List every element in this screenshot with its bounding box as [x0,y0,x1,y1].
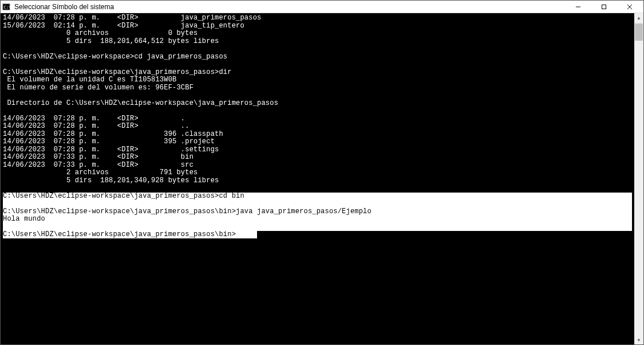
terminal-line: C:\Users\HDZ\eclipse-workspace\java_prim… [3,69,641,77]
maximize-button[interactable] [591,1,617,13]
terminal-line: 5 dirs 188,201,340,928 bytes libres [3,177,641,185]
terminal-line: 14/06/2023 07:28 p. m. <DIR> . [3,115,641,123]
scrollbar-track[interactable]: ▲ ▼ [634,13,643,344]
terminal-line [3,107,641,115]
terminal-line-selected: C:\Users\HDZ\eclipse-workspace\java_prim… [3,193,632,201]
cmd-icon: C:\ [2,2,11,11]
terminal-line [3,92,641,100]
terminal-line-selected: C:\Users\HDZ\eclipse-workspace\java_prim… [3,208,632,216]
terminal-area[interactable]: 14/06/2023 07:28 p. m. <DIR> java_primer… [1,13,643,344]
titlebar[interactable]: C:\ Seleccionar Símbolo del sistema [1,1,643,13]
terminal-line: El número de serie del volumen es: 96EF-… [3,84,641,92]
terminal-line: 0 archivos 0 bytes [3,30,641,38]
terminal-line-selected [3,224,632,232]
terminal-line: 14/06/2023 07:28 p. m. 395 .project [3,138,641,146]
terminal-line: 14/06/2023 07:28 p. m. <DIR> .. [3,123,641,131]
terminal-line: Directorio de C:\Users\HDZ\eclipse-works… [3,100,641,108]
terminal-prompt-line: C:\Users\HDZ\eclipse-workspace\java_prim… [3,231,641,239]
terminal-content[interactable]: 14/06/2023 07:28 p. m. <DIR> java_primer… [1,13,643,240]
terminal-line: 5 dirs 188,201,664,512 bytes libres [3,38,641,46]
terminal-line: 15/06/2023 02:14 p. m. <DIR> java_tip_en… [3,22,641,30]
terminal-line-selected [3,200,632,208]
scrollbar[interactable]: ▲ ▼ [634,13,643,344]
terminal-line [3,45,641,53]
window-title: Seleccionar Símbolo del sistema [14,3,565,11]
scroll-down-arrow[interactable]: ▼ [634,335,643,344]
terminal-line [3,61,641,69]
terminal-line: C:\Users\HDZ\eclipse-workspace>cd java_p… [3,53,641,61]
terminal-line: 14/06/2023 07:28 p. m. <DIR> .settings [3,146,641,154]
window-controls [565,1,642,13]
terminal-line: El volumen de la unidad C es TI105813W0B [3,76,641,84]
svg-text:C:\: C:\ [4,5,10,9]
terminal-line-selected: Hola mundo [3,215,632,224]
terminal-selection-pad [236,230,257,238]
svg-rect-3 [602,5,606,9]
terminal-line: 14/06/2023 07:33 p. m. <DIR> bin [3,154,641,162]
scroll-up-arrow[interactable]: ▲ [634,13,643,22]
scrollbar-thumb[interactable] [635,23,643,41]
close-button[interactable] [617,1,642,13]
terminal-line: 14/06/2023 07:28 p. m. 396 .classpath [3,131,641,139]
terminal-line [3,185,641,193]
terminal-line: 2 archivos 791 bytes [3,169,641,177]
terminal-line: 14/06/2023 07:33 p. m. <DIR> src [3,162,641,170]
terminal-prompt-selected: C:\Users\HDZ\eclipse-workspace\java_prim… [3,230,236,238]
cmd-window: C:\ Seleccionar Símbolo del sistema 14/0… [0,0,644,345]
terminal-line: 14/06/2023 07:28 p. m. <DIR> java_primer… [3,14,641,22]
minimize-button[interactable] [565,1,591,13]
